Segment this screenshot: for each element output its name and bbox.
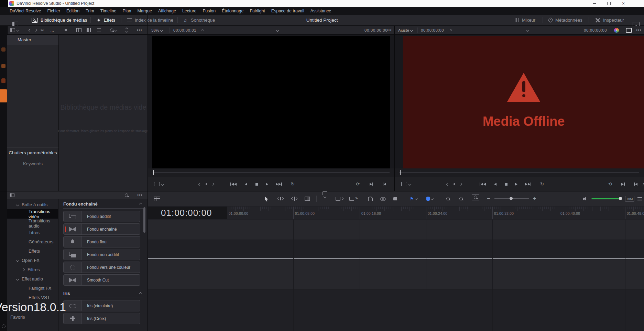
- play-reverse-button[interactable]: [245, 177, 247, 191]
- zoom-slider[interactable]: [494, 191, 529, 206]
- timeline-timecode-current[interactable]: 00:00:00:00: [584, 26, 607, 34]
- bin-back-button[interactable]: [29, 26, 31, 34]
- tab-mixer[interactable]: Mixeur: [515, 15, 535, 25]
- transition-item[interactable]: Fondu non additif: [63, 249, 140, 260]
- first-frame-button[interactable]: [230, 177, 237, 191]
- effects-tree-item[interactable]: Filtres: [7, 265, 58, 274]
- transition-item[interactable]: Fondu flou: [63, 236, 140, 247]
- thumbnail-view-button[interactable]: [76, 26, 81, 34]
- custom-zoom-button[interactable]: [446, 191, 450, 206]
- menu-item[interactable]: Fichier: [44, 9, 63, 13]
- effects-tree-item[interactable]: Transitions vidéo: [7, 209, 58, 219]
- section-header-dissolve[interactable]: Fondu enchaîné: [63, 199, 143, 209]
- full-extent-zoom-button[interactable]: [472, 194, 479, 200]
- source-viewer-options[interactable]: •••: [386, 26, 392, 34]
- effects-tree-item[interactable]: Générateurs: [7, 237, 58, 246]
- tab-metadata[interactable]: Métadonnées: [549, 15, 582, 25]
- go-to-start-button[interactable]: [383, 177, 386, 191]
- section-header-iris[interactable]: Iris: [63, 288, 143, 298]
- transition-item[interactable]: Smooth Cut: [63, 274, 140, 286]
- transitions-scrollbar[interactable]: [143, 207, 145, 233]
- effects-search-button[interactable]: [125, 191, 128, 199]
- edge-next-icon[interactable]: [642, 177, 644, 191]
- menu-item[interactable]: Fairlight: [247, 9, 268, 13]
- last-frame-button[interactable]: [525, 177, 531, 191]
- transition-item[interactable]: Iris (circulaire): [63, 300, 140, 311]
- keywords-label[interactable]: Keywords: [7, 161, 58, 166]
- position-lock-toggle[interactable]: [393, 191, 397, 206]
- menu-item[interactable]: Plan: [120, 9, 134, 13]
- color-dot-icon[interactable]: [65, 26, 67, 34]
- playhead-timecode[interactable]: 01:00:00:00: [161, 208, 212, 218]
- play-reverse-button[interactable]: [494, 177, 496, 191]
- timeline-timecode-in[interactable]: 00:00:00:00: [421, 26, 444, 34]
- timeline-playhead-marker[interactable]: [400, 170, 401, 175]
- source-zoom-select[interactable]: 36%: [151, 26, 163, 34]
- sort-button[interactable]: [126, 26, 128, 34]
- dynamic-trim-tool[interactable]: [292, 191, 297, 206]
- flag-button[interactable]: ⚑: [410, 191, 417, 206]
- expand-viewer-button[interactable]: [626, 26, 632, 34]
- source-mode-select[interactable]: [154, 177, 164, 191]
- next-clip-button[interactable]: [212, 177, 214, 191]
- refresh-button[interactable]: ⟲: [608, 177, 612, 191]
- settings-gear-icon[interactable]: [2, 324, 6, 328]
- menu-item[interactable]: Étalonnage: [219, 9, 247, 13]
- resolve-fx-icon[interactable]: [614, 26, 619, 34]
- zoom-out-button[interactable]: −: [487, 191, 490, 206]
- strip-view-button[interactable]: [87, 26, 91, 34]
- first-frame-button[interactable]: [480, 177, 486, 191]
- timeline-ruler[interactable]: 01:00:00:0001:00:08:0001:00:16:0001:00:2…: [227, 207, 644, 219]
- play-button[interactable]: [515, 177, 517, 191]
- loop-button[interactable]: ↻: [540, 177, 544, 191]
- effects-tree-item[interactable]: Open FX: [7, 256, 58, 265]
- menu-item[interactable]: Fusion: [200, 9, 219, 13]
- zoom-in-button[interactable]: +: [533, 191, 536, 206]
- timeline-mode-select[interactable]: [401, 177, 411, 191]
- smart-bins-label[interactable]: Chutiers paramétrables: [7, 150, 58, 155]
- effects-panel-toggle[interactable]: [9, 191, 15, 199]
- close-button[interactable]: ×: [618, 0, 629, 7]
- timeline-display-mode[interactable]: [637, 191, 642, 206]
- effects-tree-item[interactable]: Transitions audio: [7, 219, 58, 228]
- snapping-toggle[interactable]: [368, 191, 373, 206]
- razor-tool[interactable]: [305, 191, 310, 206]
- link-clips-toggle[interactable]: [380, 191, 386, 206]
- search-button[interactable]: [110, 26, 117, 34]
- play-to-end-button[interactable]: [621, 177, 625, 191]
- effects-tree-item[interactable]: Effet audio: [7, 274, 58, 284]
- play-button[interactable]: [266, 177, 268, 191]
- trim-edit-tool[interactable]: [278, 191, 283, 206]
- menu-item[interactable]: Lecture: [179, 9, 200, 13]
- transition-item[interactable]: Fondu vers une couleur: [63, 262, 140, 273]
- effects-tree-item[interactable]: Effets: [7, 246, 58, 256]
- next-clip-button[interactable]: [460, 177, 462, 191]
- go-to-start-button[interactable]: [634, 177, 637, 191]
- media-pool-more-options[interactable]: •••: [137, 26, 142, 34]
- media-offline-area[interactable]: Media Offline: [403, 36, 644, 168]
- rail-icon-dim-2[interactable]: [1, 64, 6, 68]
- selection-tool[interactable]: [264, 191, 269, 206]
- collapse-icon[interactable]: [139, 203, 142, 206]
- source-timecode-in[interactable]: 00:00:00:01: [173, 26, 196, 34]
- timeline-viewer-options[interactable]: •••: [636, 26, 642, 34]
- insert-clip-button[interactable]: [323, 191, 327, 206]
- effects-tree-item[interactable]: Boîte à outils: [7, 200, 58, 209]
- menu-item[interactable]: Espace de travail: [268, 9, 307, 13]
- timeline-tracks[interactable]: [148, 220, 644, 331]
- marker-button[interactable]: [426, 191, 433, 206]
- menu-item[interactable]: Marque: [134, 9, 155, 13]
- timeline-playhead[interactable]: [227, 207, 227, 331]
- menu-item[interactable]: Timeline: [97, 9, 120, 13]
- overwrite-clip-button[interactable]: [336, 191, 343, 206]
- bin-item-master[interactable]: Master: [7, 35, 58, 45]
- bin-forward-button[interactable]: [35, 26, 37, 34]
- source-scrub-bar[interactable]: [148, 168, 394, 177]
- previous-clip-button[interactable]: [199, 177, 201, 191]
- transition-item[interactable]: Fondu enchaîné: [63, 223, 140, 235]
- play-to-end-button[interactable]: [370, 177, 373, 191]
- rail-icon-dim-1[interactable]: [1, 47, 6, 52]
- menu-item[interactable]: Édition: [63, 9, 83, 13]
- unlink-icon[interactable]: ✂: [41, 26, 44, 34]
- audio-mute-button[interactable]: [583, 191, 587, 206]
